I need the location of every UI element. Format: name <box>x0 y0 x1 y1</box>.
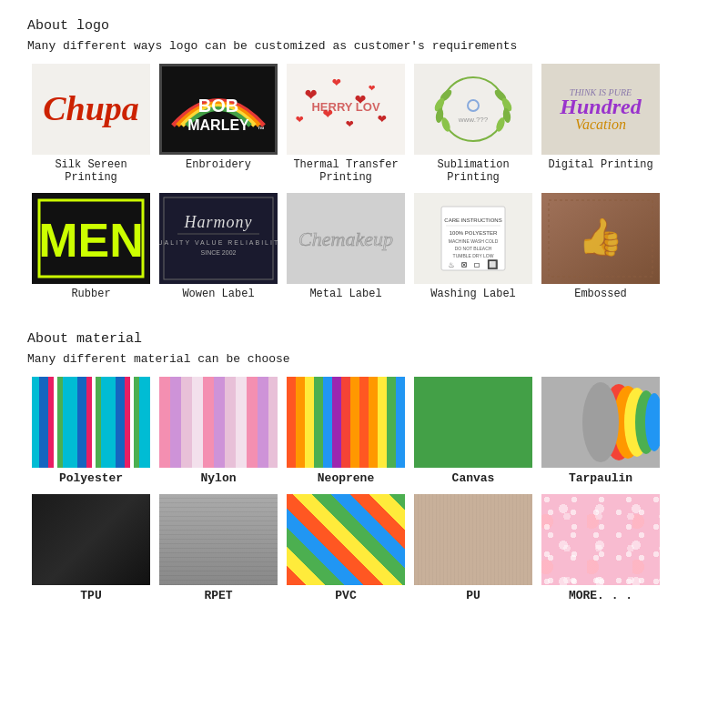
material-item-tarpaulin: Tarpaulin <box>537 377 664 485</box>
about-logo-title: About logo <box>27 18 701 34</box>
embossed-image: 👍 <box>541 193 660 284</box>
logo-item-laurel: www.??? Sublimation Printing <box>410 64 537 184</box>
svg-text:QUALITY VALUE RELIABILITY: QUALITY VALUE RELIABILITY <box>159 239 278 247</box>
polyester-label: Polyester <box>59 471 123 485</box>
svg-text:™: ™ <box>258 126 265 134</box>
polyester-image <box>32 377 150 468</box>
material-item-pvc: PVC <box>282 494 410 602</box>
svg-text:🔲: 🔲 <box>487 258 499 270</box>
about-material-subtitle: Many different material can be choose <box>27 352 701 366</box>
metal-label: Metal Label <box>309 288 381 300</box>
svg-text:HERRY LOV: HERRY LOV <box>311 100 379 114</box>
logo-item-embossed: 👍 Embossed <box>537 193 664 300</box>
pu-label: PU <box>466 589 480 602</box>
nylon-image <box>159 377 278 468</box>
material-item-neoprene: Neoprene <box>282 377 410 485</box>
laurel-label: Sublimation Printing <box>410 158 537 184</box>
tarpaulin-label: Tarpaulin <box>569 471 632 485</box>
hundred-label: Digital Printing <box>548 158 652 171</box>
metal-svg: Chemakeup <box>287 193 405 284</box>
bob-image: BOB MARLEY ™ <box>159 64 278 155</box>
svg-point-64 <box>582 382 619 462</box>
svg-text:MARLEY: MARLEY <box>187 117 249 133</box>
material-item-tpu: TPU <box>27 494 155 602</box>
laurel-svg: www.??? <box>414 64 532 155</box>
tpu-image <box>32 494 150 585</box>
svg-text:Vacation: Vacation <box>575 116 626 132</box>
rpet-image <box>159 494 278 585</box>
about-logo-subtitle: Many different ways logo can be customiz… <box>27 39 701 53</box>
tarpaulin-image <box>541 377 660 468</box>
svg-text:DO NOT BLEACH: DO NOT BLEACH <box>455 246 492 251</box>
logo-grid: Chupa Silk Sereen Printing BOB <box>27 64 701 309</box>
svg-text:❤: ❤ <box>296 112 304 126</box>
bob-label: Enbroidery <box>186 158 251 171</box>
svg-text:Chemakeup: Chemakeup <box>298 228 393 250</box>
svg-text:♨: ♨ <box>449 260 454 270</box>
more-image <box>541 494 660 585</box>
logo-item-hundred: THINK IS PURE Hundred Vacation Digital P… <box>537 64 664 184</box>
svg-text:100% POLYESTER: 100% POLYESTER <box>450 230 498 236</box>
logo-item-cherry: ❤ ❤ ❤ ❤ ❤ ❤ ❤ ❤ HERRY LOV Thermal Transf… <box>282 64 410 184</box>
svg-text:CARE INSTRUCTIONS: CARE INSTRUCTIONS <box>444 217 501 223</box>
material-item-canvas: Canvas <box>410 377 537 485</box>
neoprene-image <box>287 377 405 468</box>
cherry-label: Thermal Transfer Printing <box>282 158 410 184</box>
rpet-label: RPET <box>204 589 232 602</box>
laurel-image: www.??? <box>414 64 532 155</box>
svg-text:TUMBLE DRY LOW: TUMBLE DRY LOW <box>453 253 494 258</box>
embossed-svg: 👍 <box>541 193 660 284</box>
material-item-more: MORE. . . <box>537 494 664 602</box>
svg-text:👍: 👍 <box>578 215 623 260</box>
logo-item-bob: BOB MARLEY ™ Enbroidery <box>155 64 282 184</box>
harmony-svg: Harmony QUALITY VALUE RELIABILITY SINCE … <box>159 193 278 284</box>
more-label: MORE. . . <box>569 589 632 602</box>
pu-image <box>414 494 532 585</box>
material-item-pu: PU <box>410 494 537 602</box>
canvas-image <box>414 377 532 468</box>
embossed-label: Embossed <box>574 288 627 300</box>
page-container: About logo Many different ways logo can … <box>0 0 728 637</box>
section-divider <box>27 317 701 331</box>
harmony-label: Wowen Label <box>182 288 254 300</box>
tarpaulin-svg <box>541 377 660 468</box>
metal-image: Chemakeup <box>287 193 405 284</box>
about-material-section: About material Many different material c… <box>27 331 701 612</box>
about-material-title: About material <box>27 331 701 347</box>
cherry-image: ❤ ❤ ❤ ❤ ❤ ❤ ❤ ❤ HERRY LOV <box>287 64 405 155</box>
svg-text:Hundred: Hundred <box>559 95 642 118</box>
canvas-label: Canvas <box>452 471 495 485</box>
logo-item-washing: CARE INSTRUCTIONS 100% POLYESTER MACHINE… <box>410 193 537 300</box>
hundred-image: THINK IS PURE Hundred Vacation <box>541 64 660 155</box>
svg-text:❤: ❤ <box>332 75 341 91</box>
about-logo-section: About logo Many different ways logo can … <box>27 18 701 309</box>
svg-text:MEN: MEN <box>38 214 144 267</box>
washing-image: CARE INSTRUCTIONS 100% POLYESTER MACHINE… <box>414 193 532 284</box>
chupa-svg: Chupa <box>32 64 150 155</box>
logo-item-harmony: Harmony QUALITY VALUE RELIABILITY SINCE … <box>155 193 282 300</box>
washing-svg: CARE INSTRUCTIONS 100% POLYESTER MACHINE… <box>414 193 532 284</box>
men-label: Rubber <box>71 288 110 300</box>
men-svg: MEN <box>32 193 150 284</box>
chupa-label: Silk Sereen Printing <box>27 158 155 184</box>
material-item-nylon: Nylon <box>155 377 282 485</box>
tpu-label: TPU <box>80 589 101 602</box>
bob-svg: BOB MARLEY ™ <box>159 66 278 152</box>
svg-text:BOB: BOB <box>198 96 238 116</box>
svg-text:Harmony: Harmony <box>184 213 253 231</box>
washing-label: Washing Label <box>430 288 516 300</box>
neoprene-label: Neoprene <box>318 471 374 485</box>
pvc-image <box>287 494 405 585</box>
svg-text:◻: ◻ <box>474 260 480 270</box>
harmony-image: Harmony QUALITY VALUE RELIABILITY SINCE … <box>159 193 278 284</box>
logo-item-metal: Chemakeup Metal Label <box>282 193 410 300</box>
logo-item-chupa: Chupa Silk Sereen Printing <box>27 64 155 184</box>
material-item-polyester: Polyester <box>27 377 155 485</box>
svg-text:MACHINE WASH COLD: MACHINE WASH COLD <box>449 238 499 244</box>
chupa-image: Chupa <box>32 64 150 155</box>
pvc-label: PVC <box>335 589 356 602</box>
hundred-svg: THINK IS PURE Hundred Vacation <box>541 64 660 155</box>
svg-rect-35 <box>159 193 278 284</box>
svg-text:⊠: ⊠ <box>461 260 467 270</box>
material-grid: Polyester Nylon Neoprene Canvas <box>27 377 701 612</box>
